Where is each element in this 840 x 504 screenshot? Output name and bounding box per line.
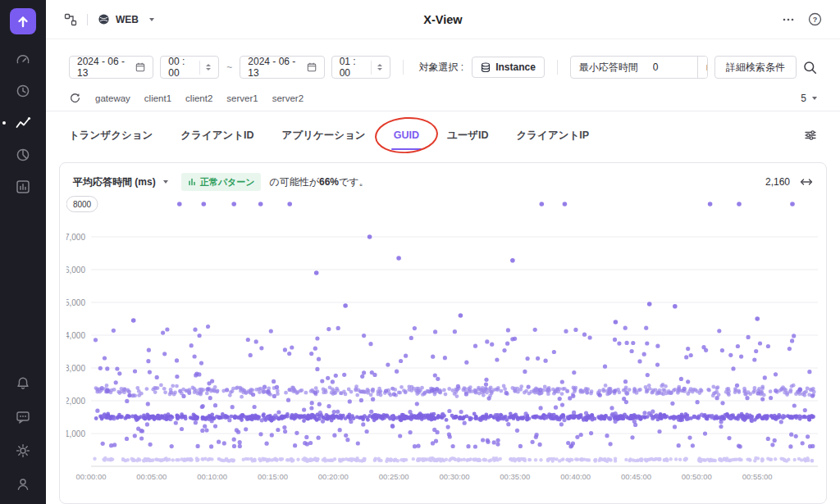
help-icon: ? — [808, 12, 822, 26]
help-button[interactable]: ? — [808, 12, 822, 26]
tabs-row: トランザクションクライアントIDアプリケーションGUIDユーザIDクライアントI… — [46, 120, 840, 151]
chevron-down-icon — [149, 18, 154, 21]
donut-chart-icon — [15, 147, 31, 163]
min-response-group: 最小応答時間 ms — [570, 56, 708, 79]
notifications-button[interactable] — [15, 375, 31, 392]
scatter-plot[interactable]: 7,0006,0005,0004,0003,0002,0001,00000:00… — [66, 196, 824, 484]
more-menu-button[interactable] — [782, 13, 795, 26]
instance-db-icon — [481, 62, 491, 73]
bar-chart-icon — [15, 179, 31, 195]
time-from-field[interactable]: 00 : 00 — [160, 56, 219, 79]
time-to-stepper[interactable] — [371, 61, 382, 75]
refresh-button[interactable] — [69, 93, 80, 104]
agent-tag-client1[interactable]: client1 — [144, 93, 171, 103]
advanced-search-button[interactable]: 詳細検索条件 — [714, 56, 797, 79]
web-server-icon — [98, 13, 110, 25]
sidebar-item-statistics[interactable] — [15, 147, 31, 163]
main-content: WEB X-View ? 2024 - 06 - 13 — [46, 0, 840, 504]
min-response-input[interactable] — [646, 57, 697, 78]
person-icon — [16, 477, 30, 492]
metric-selector[interactable]: 平均応答時間 (ms) — [73, 175, 168, 189]
filter-bar: 2024 - 06 - 13 00 : 00 ~ 2024 - 06 - 13 … — [46, 56, 840, 79]
gear-icon — [16, 443, 30, 458]
feedback-button[interactable] — [15, 409, 31, 425]
agent-tag-gateway[interactable]: gateway — [95, 93, 130, 103]
search-button[interactable] — [803, 61, 817, 75]
env-label: WEB — [116, 14, 139, 25]
chart-header-right: 2,160 — [765, 176, 813, 188]
chart-card: 平均応答時間 (ms) 正常パターン の可能性が66%です。 2,160 — [59, 162, 827, 504]
svg-text:00:45:00: 00:45:00 — [621, 472, 651, 481]
tab-client-ip[interactable]: クライアントIP — [517, 120, 590, 151]
plot-area[interactable]: 7,0006,0005,0004,0003,0002,0001,00000:00… — [60, 194, 826, 484]
time-to-field[interactable]: 01 : 00 — [331, 56, 390, 79]
svg-text:5,000: 5,000 — [66, 298, 85, 307]
agent-tag-client2[interactable]: client2 — [185, 93, 212, 103]
header-left-group: WEB — [64, 13, 154, 26]
agent-tags: gatewayclient1client2server1server2 — [95, 93, 304, 103]
chevron-down-icon — [163, 180, 168, 184]
tab-guid[interactable]: GUID — [394, 120, 419, 151]
sidebar-item-realtime-monitor[interactable] — [15, 83, 31, 99]
settings-button[interactable] — [15, 443, 31, 459]
tab-application[interactable]: アプリケーション — [282, 120, 366, 151]
view-options-button[interactable] — [804, 129, 817, 142]
tab-client-id[interactable]: クライアントID — [180, 120, 253, 151]
date-to-field[interactable]: 2024 - 06 - 13 — [240, 56, 324, 79]
svg-text:00:55:00: 00:55:00 — [742, 472, 773, 481]
user-profile-button[interactable] — [15, 476, 31, 493]
svg-text:4,000: 4,000 — [66, 331, 85, 340]
time-from-value: 00 : 00 — [168, 56, 192, 79]
tab-user-id[interactable]: ユーザID — [447, 120, 489, 151]
tab-transaction[interactable]: トランザクション — [69, 120, 153, 151]
svg-text:00:20:00: 00:20:00 — [318, 472, 349, 481]
sidebar-item-dashboard[interactable] — [15, 51, 31, 67]
tune-filter-icon — [804, 129, 817, 142]
agent-tag-server2[interactable]: server2 — [272, 93, 304, 103]
scatter-line-icon — [15, 115, 31, 131]
header-right-group: ? — [782, 12, 822, 26]
chart-header: 平均応答時間 (ms) 正常パターン の可能性が66%です。 2,160 — [60, 163, 826, 194]
topology-button[interactable] — [64, 13, 77, 26]
date-from-value: 2024 - 06 - 13 — [77, 56, 130, 79]
expand-horizontal-button[interactable] — [800, 177, 813, 187]
pattern-text: の可能性が66%です。 — [269, 175, 368, 189]
agent-tag-server1[interactable]: server1 — [226, 93, 258, 103]
svg-text:2,000: 2,000 — [66, 397, 85, 406]
svg-text:00:00:00: 00:00:00 — [76, 472, 107, 481]
transaction-count: 2,160 — [765, 176, 790, 188]
pattern-badge-label: 正常パターン — [200, 176, 255, 188]
target-value: Instance — [495, 61, 536, 73]
target-instance-button[interactable]: Instance — [472, 57, 545, 78]
sidebar-item-report[interactable] — [15, 179, 31, 195]
date-from-field[interactable]: 2024 - 06 - 13 — [69, 56, 153, 79]
svg-text:8000: 8000 — [73, 200, 92, 209]
clock-monitor-icon — [15, 83, 31, 99]
topology-icon — [64, 13, 77, 26]
date-to-value: 2024 - 06 - 13 — [248, 56, 300, 79]
sidebar — [0, 0, 46, 504]
page-size-select[interactable]: 5 — [801, 93, 817, 104]
refresh-icon — [69, 93, 80, 104]
svg-text:3,000: 3,000 — [66, 364, 85, 373]
pattern-badge: 正常パターン — [181, 173, 262, 191]
svg-text:7,000: 7,000 — [66, 233, 85, 242]
svg-text:6,000: 6,000 — [66, 266, 85, 275]
min-response-label: 最小応答時間 — [571, 57, 646, 78]
svg-text:1,000: 1,000 — [66, 429, 85, 438]
range-separator: ~ — [226, 61, 232, 73]
expand-horizontal-icon — [800, 177, 813, 187]
sidebar-item-xview[interactable] — [15, 115, 31, 131]
time-from-stepper[interactable] — [199, 61, 211, 75]
target-label: 対象選択 : — [418, 61, 463, 75]
metric-label: 平均応答時間 (ms) — [73, 175, 156, 189]
page-size-value: 5 — [801, 93, 806, 104]
domain-selector[interactable]: WEB — [98, 13, 154, 25]
svg-text:00:35:00: 00:35:00 — [500, 472, 530, 481]
chevron-down-icon — [812, 97, 817, 100]
svg-text:00:15:00: 00:15:00 — [258, 472, 288, 481]
svg-text:00:10:00: 00:10:00 — [197, 472, 227, 481]
calendar-icon — [307, 61, 317, 73]
app-logo[interactable] — [10, 8, 36, 34]
top-header: WEB X-View ? — [46, 0, 840, 39]
